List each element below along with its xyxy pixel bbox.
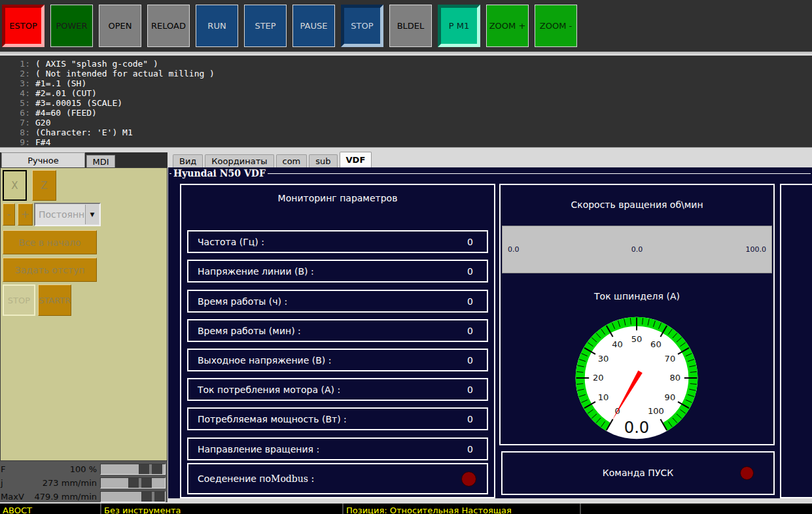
monitor-row-value: 0 xyxy=(467,296,473,307)
override-slider-maxv[interactable] xyxy=(100,491,166,502)
spindle-current-title: Ток шпинделя (А) xyxy=(501,291,773,301)
jog-plus-button[interactable]: + xyxy=(18,203,33,226)
pane-sash[interactable] xyxy=(0,147,812,152)
spindle-start-button[interactable]: STARTR xyxy=(38,284,71,316)
status-bar: АВОСТБез инструментаПозиция: Относительн… xyxy=(0,504,812,514)
override-slider-j[interactable] xyxy=(100,477,166,488)
gcode-line: 8:(Character: 'E') M1 xyxy=(0,128,812,137)
override-row-j: 273 mm/minj xyxy=(0,477,168,489)
gcode-line-number: 4: xyxy=(0,88,30,98)
main-toolbar: ESTOPPOWEROPENRELOADRUNSTEPPAUSESTOPBLDE… xyxy=(0,0,812,54)
vdf-frame-title: Hyundai N50 VDF xyxy=(171,168,268,179)
monitor-row-label: Соеденение по xyxy=(198,473,271,484)
spindle-stop-button[interactable]: STOP xyxy=(3,284,35,316)
gcode-line: 7:G20 xyxy=(0,118,812,128)
svg-text:100: 100 xyxy=(648,406,664,416)
override-value: 100 % xyxy=(0,464,97,474)
monitor-row: Ток потребления мотора (А) :0 xyxy=(187,378,488,401)
toolbar-button-zoom[interactable]: ZOOM + xyxy=(486,5,529,47)
toolbar-button-step[interactable]: STEP xyxy=(244,5,287,47)
status-segment-1: АВОСТ xyxy=(0,504,101,514)
svg-text:80: 80 xyxy=(669,373,680,383)
tab-item[interactable]: Координаты xyxy=(205,154,274,167)
start-command-label: Команда ПУСК xyxy=(503,453,773,494)
set-offset-button[interactable]: Задать отступ xyxy=(3,258,97,282)
override-label: F xyxy=(1,464,5,474)
monitor-row-label-latin: Modbus : xyxy=(271,473,314,484)
axis-x-button[interactable]: X xyxy=(3,170,27,201)
monitor-row: Выходное напряжение (В) :0 xyxy=(187,349,488,371)
slider-handle[interactable] xyxy=(128,478,152,488)
toolbar-button-power[interactable]: POWER xyxy=(50,5,93,47)
jog-mode-combobox[interactable]: Постоянный ▼ xyxy=(34,203,101,226)
gauge-value: 0.0 xyxy=(624,418,650,437)
svg-text:30: 30 xyxy=(598,354,609,364)
tab-manual-control[interactable]: Ручное управление xyxy=(1,152,85,167)
gcode-line-number: 1: xyxy=(0,59,30,69)
spindle-current-gauge: 01020304050607080901000.0 xyxy=(573,314,701,442)
axis-z-button[interactable]: Z xyxy=(32,170,56,201)
status-segment-3: Позиция: Относительная Настоящая xyxy=(344,504,581,514)
override-slider-f[interactable] xyxy=(100,464,166,475)
jog-minus-button[interactable]: - xyxy=(3,203,15,226)
override-value: 273 mm/min xyxy=(0,478,97,488)
gcode-line-text: F#4 xyxy=(35,137,50,147)
svg-text:10: 10 xyxy=(598,392,609,402)
chevron-down-icon[interactable]: ▼ xyxy=(85,205,99,224)
monitor-row-label: Частота (Гц) : xyxy=(198,237,264,247)
status-segment-2: Без инструмента xyxy=(101,504,344,514)
start-command-panel: Команда ПУСК xyxy=(501,451,775,495)
monitor-row-value: 0 xyxy=(467,326,473,336)
vdf-tab-page: Hyundai N50 VDF Мониторинг параметров Ча… xyxy=(168,167,812,498)
toolbar-button-bldel[interactable]: BLDEL xyxy=(389,5,432,47)
gcode-line: 5:#3=.00015 (SCALE) xyxy=(0,98,812,108)
speed-title: Скорость вращения об\мин xyxy=(501,199,773,210)
override-row-maxv: 479.9 mm/minMaxV xyxy=(0,491,168,503)
home-all-button[interactable]: Все в начало xyxy=(3,230,97,254)
monitor-row: Потребляемая мощность (Вт) :0 xyxy=(187,407,488,430)
monitor-row-label: Ток потребления мотора (А) : xyxy=(198,385,340,395)
monitor-row-value: 0 xyxy=(467,385,473,395)
monitor-row: Напряжение линии (В) :0 xyxy=(187,260,488,283)
manual-control-panel: X Z - + Постоянный ▼ Все в начало Задать… xyxy=(0,167,168,461)
override-sliders-panel: 100 %F273 mm/minj479.9 mm/minMaxV xyxy=(0,461,168,502)
monitor-row: Частота (Гц) :0 xyxy=(187,230,488,253)
slider-handle[interactable] xyxy=(141,492,165,502)
gcode-line-number: 6: xyxy=(0,108,30,118)
gcode-line-text: G20 xyxy=(35,118,50,128)
gcode-line-text: ( Not intended for actual milling ) xyxy=(35,69,215,78)
gcode-line-text: ( AXIS "splash g-code" ) xyxy=(35,59,158,69)
tab-mdi[interactable]: MDI xyxy=(86,155,115,167)
toolbar-button-open[interactable]: OPEN xyxy=(99,5,141,47)
slider-handle[interactable] xyxy=(139,464,162,474)
tab-sub[interactable]: sub xyxy=(309,154,337,167)
toolbar-button-estop[interactable]: ESTOP xyxy=(2,5,44,47)
gcode-line: 1:( AXIS "splash g-code" ) xyxy=(0,59,812,69)
monitor-row: Направление вращения :0 xyxy=(187,437,488,460)
monitor-row: Время работы (ч) :0 xyxy=(187,290,488,313)
gcode-editor[interactable]: 1:( AXIS "splash g-code" )2:( Not intend… xyxy=(0,56,812,147)
right-tab-bar: ВидКоординатыcomsubVDF xyxy=(168,152,812,167)
monitor-row-label: Время работы (ч) : xyxy=(198,296,287,307)
svg-text:50: 50 xyxy=(631,334,643,344)
toolbar-button-run[interactable]: RUN xyxy=(196,5,238,47)
gcode-line-number: 2: xyxy=(0,69,30,78)
speed-max-value: 100.0 xyxy=(746,226,767,273)
parameter-monitor-panel: Мониторинг параметров Частота (Гц) :0Нап… xyxy=(180,184,495,498)
toolbar-button-reload[interactable]: RELOAD xyxy=(147,5,190,47)
tab-com[interactable]: com xyxy=(276,154,308,167)
gcode-line: 9:F#4 xyxy=(0,137,812,147)
toolbar-button-pause[interactable]: PAUSE xyxy=(292,5,335,47)
tab-item[interactable]: Вид xyxy=(173,154,203,167)
toolbar-button-zoom[interactable]: ZOOM - xyxy=(535,5,577,47)
tab-vdf[interactable]: VDF xyxy=(340,152,372,167)
monitor-row: Время работы (мин) :0 xyxy=(187,319,488,342)
toolbar-button-stop[interactable]: STOP xyxy=(341,5,383,47)
gcode-line-text: #1=.1 (SH) xyxy=(35,78,86,88)
start-command-led-icon xyxy=(740,466,754,480)
gcode-line-number: 5: xyxy=(0,98,30,108)
toolbar-button-p-m1[interactable]: P M1 xyxy=(438,5,480,47)
monitor-row-value: 0 xyxy=(467,237,473,247)
gcode-line-text: #2=.01 (CUT) xyxy=(35,88,97,98)
monitor-row-value: 0 xyxy=(467,414,473,424)
